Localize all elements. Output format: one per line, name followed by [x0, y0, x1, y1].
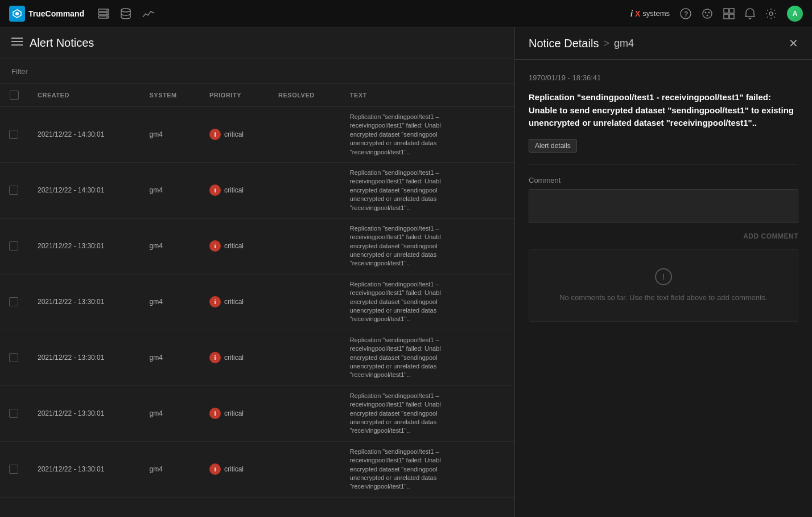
row-priority: i critical — [200, 441, 269, 497]
row-resolved — [269, 162, 341, 218]
app-logo[interactable]: TrueCommand — [9, 6, 84, 22]
comment-input[interactable] — [529, 189, 798, 223]
priority-text: critical — [224, 465, 244, 473]
svg-point-1 — [15, 12, 19, 15]
row-created: 2021/12/22 - 14:30:01 — [28, 107, 141, 163]
settings-icon[interactable] — [765, 8, 777, 19]
top-navigation: TrueCommand i — [0, 0, 812, 27]
row-priority: i critical — [200, 107, 269, 163]
row-system: gm4 — [141, 441, 201, 497]
row-priority: i critical — [200, 385, 269, 441]
palette-icon[interactable] — [702, 8, 713, 19]
ix-systems-text: systems — [642, 9, 670, 18]
servers-icon[interactable] — [98, 9, 109, 19]
row-system: gm4 — [141, 330, 201, 385]
row-resolved — [269, 107, 341, 163]
row-text: Replication "sendingpool/test1 – receivi… — [341, 385, 514, 441]
row-checkbox[interactable] — [0, 218, 28, 274]
left-panel: Alert Notices Filter CREATED SYSTEM PRIO… — [0, 27, 515, 517]
svg-point-5 — [106, 10, 108, 11]
topnav-right: i X systems ? — [630, 6, 803, 22]
table-row[interactable]: 2021/12/22 - 13:30:01 gm4 i critical Rep… — [0, 441, 514, 497]
row-checkbox[interactable] — [0, 107, 28, 163]
svg-point-11 — [703, 9, 712, 18]
row-system: gm4 — [141, 162, 201, 218]
main-area: Alert Notices Filter CREATED SYSTEM PRIO… — [0, 27, 812, 517]
priority-icon: i — [209, 352, 221, 363]
row-priority: i critical — [200, 218, 269, 274]
resolved-header: RESOLVED — [269, 84, 341, 107]
row-created: 2021/12/22 - 13:30:01 — [28, 330, 141, 385]
priority-icon: i — [209, 184, 221, 196]
svg-point-14 — [707, 14, 708, 16]
bell-icon[interactable] — [745, 8, 755, 19]
comment-section: Comment — [529, 176, 798, 223]
help-icon[interactable]: ? — [680, 8, 691, 19]
database-icon[interactable] — [121, 8, 131, 19]
row-system: gm4 — [141, 107, 201, 163]
row-checkbox[interactable] — [0, 385, 28, 441]
notice-message: Replication "sendingpool/test1 - receivi… — [529, 91, 798, 130]
row-created: 2021/12/22 - 13:30:01 — [28, 441, 141, 497]
no-comments-icon: ! — [655, 268, 672, 285]
row-checkbox[interactable] — [0, 162, 28, 218]
row-system: gm4 — [141, 274, 201, 330]
table-row[interactable]: 2021/12/22 - 13:30:01 gm4 i critical Rep… — [0, 218, 514, 274]
breadcrumb-system: gm4 — [614, 38, 634, 50]
divider — [529, 164, 798, 165]
table-header-row: CREATED SYSTEM PRIORITY RESOLVED TEXT — [0, 84, 514, 107]
table-row[interactable]: 2021/12/22 - 14:30:01 gm4 i critical Rep… — [0, 162, 514, 218]
logo-icon — [9, 6, 25, 22]
user-avatar[interactable]: A — [787, 6, 803, 22]
svg-point-8 — [121, 9, 130, 12]
ix-systems-logo: i X systems — [630, 9, 670, 18]
text-header: TEXT — [341, 84, 514, 107]
svg-point-6 — [106, 13, 108, 14]
row-created: 2021/12/22 - 13:30:01 — [28, 385, 141, 441]
svg-point-13 — [708, 11, 710, 13]
no-comments-box: ! No comments so far. Use the text field… — [529, 249, 798, 322]
row-checkbox[interactable] — [0, 441, 28, 497]
left-panel-header: Alert Notices — [0, 27, 514, 59]
row-created: 2021/12/22 - 13:30:01 — [28, 274, 141, 330]
row-text: Replication "sendingpool/test1 – receivi… — [341, 274, 514, 330]
table-container[interactable]: CREATED SYSTEM PRIORITY RESOLVED TEXT 20… — [0, 84, 514, 517]
table-row[interactable]: 2021/12/22 - 13:30:01 gm4 i critical Rep… — [0, 330, 514, 385]
select-all-header[interactable] — [0, 84, 28, 107]
row-text: Replication "sendingpool/test1 – receivi… — [341, 107, 514, 163]
priority-text: critical — [224, 409, 244, 417]
menu-icon[interactable] — [11, 37, 23, 49]
row-checkbox[interactable] — [0, 330, 28, 385]
row-created: 2021/12/22 - 14:30:01 — [28, 162, 141, 218]
row-text: Replication "sendingpool/test1 – receivi… — [341, 441, 514, 497]
priority-icon: i — [209, 240, 221, 252]
filter-label: Filter — [11, 67, 28, 76]
svg-rect-17 — [724, 14, 728, 19]
svg-rect-16 — [729, 9, 734, 13]
ix-systems-label: i — [630, 9, 633, 18]
layout-icon[interactable] — [723, 8, 735, 19]
priority-icon: i — [209, 408, 221, 419]
close-button[interactable]: ✕ — [789, 36, 798, 50]
table-row[interactable]: 2021/12/22 - 13:30:01 gm4 i critical Rep… — [0, 385, 514, 441]
add-comment-row: ADD COMMENT — [529, 232, 798, 240]
table-row[interactable]: 2021/12/22 - 14:30:01 gm4 i critical Rep… — [0, 107, 514, 163]
svg-text:?: ? — [684, 10, 688, 18]
row-resolved — [269, 385, 341, 441]
row-text: Replication "sendingpool/test1 – receivi… — [341, 330, 514, 385]
chart-icon[interactable] — [142, 9, 155, 19]
app-name: TrueCommand — [28, 9, 84, 18]
row-checkbox[interactable] — [0, 274, 28, 330]
row-priority: i critical — [200, 162, 269, 218]
no-comments-text: No comments so far. Use the text field a… — [559, 292, 768, 303]
system-header: SYSTEM — [141, 84, 201, 107]
row-resolved — [269, 274, 341, 330]
ix-x: X — [635, 9, 640, 18]
alert-details-button[interactable]: Alert details — [529, 139, 577, 153]
priority-text: critical — [224, 354, 244, 362]
created-header: CREATED — [28, 84, 141, 107]
table-row[interactable]: 2021/12/22 - 13:30:01 gm4 i critical Rep… — [0, 274, 514, 330]
row-text: Replication "sendingpool/test1 – receivi… — [341, 218, 514, 274]
add-comment-button[interactable]: ADD COMMENT — [743, 232, 798, 240]
right-panel-header: Notice Details > gm4 ✕ — [515, 27, 812, 60]
